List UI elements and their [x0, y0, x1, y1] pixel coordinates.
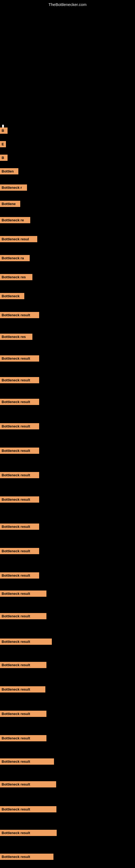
bottleneck-result-label: Bottleneck result — [0, 572, 39, 579]
bottleneck-result-label: Bottleneck result — [0, 399, 39, 405]
bottleneck-result-label: Bottleneck result — [0, 377, 39, 383]
bottleneck-result-label: Bottleneck result — [0, 806, 56, 812]
bottleneck-result-label: Bottleneck result — [0, 758, 54, 765]
bottleneck-result-label: Bottleneck result — [0, 735, 46, 741]
bottleneck-result-label: Bottleneck result — [0, 548, 39, 554]
bottleneck-result-label: Bottleneck result — [0, 524, 39, 530]
site-title: TheBottlenecker.com — [49, 2, 87, 7]
bottleneck-result-label: Bottleneck result — [0, 496, 39, 503]
bottleneck-result-label: Bottleneck result — [0, 423, 39, 429]
bottleneck-result-label: Bottleneck re — [0, 217, 30, 223]
bottleneck-result-label: Bottleneck result — [0, 447, 39, 454]
bottleneck-result-label: Bottleneck result — [0, 711, 46, 717]
bottleneck-result-label: Bottleneck result — [0, 854, 53, 860]
bottleneck-result-label: Bottleneck result — [0, 781, 56, 787]
bottleneck-result-label: Bottleneck result — [0, 590, 46, 597]
bottleneck-result-label: Bottleneck res — [0, 334, 32, 340]
bottleneck-result-label: Bottleneck result — [0, 312, 39, 318]
bottleneck-result-label: Bottleneck result — [0, 355, 39, 362]
bottleneck-result-label: Bottleneck result — [0, 613, 46, 619]
bottleneck-result-label: E — [0, 141, 6, 147]
bottleneck-result-label: Bottleneck result — [0, 472, 39, 478]
bottleneck-result-label: Bottleneck result — [0, 662, 46, 668]
bottleneck-result-label: Bottleneck res — [0, 274, 32, 280]
bottleneck-result-label: Bottleneck result — [0, 686, 45, 692]
bottleneck-result-label: Bottleneck r — [0, 184, 27, 191]
bottleneck-result-label: Bottlen — [0, 168, 18, 175]
bottleneck-result-label: Bottleneck resul — [0, 236, 37, 242]
bottleneck-result-label: B — [0, 155, 8, 161]
bottleneck-result-label: Bottleneck ra — [0, 255, 30, 261]
bottleneck-result-label: Bottleneck result — [0, 830, 57, 836]
bottleneck-result-label: Bottlene — [0, 201, 20, 207]
bottleneck-result-label: Bottleneck — [0, 293, 24, 299]
bottleneck-result-label: B — [0, 127, 8, 134]
bottleneck-result-label: Bottleneck result — [0, 639, 52, 645]
